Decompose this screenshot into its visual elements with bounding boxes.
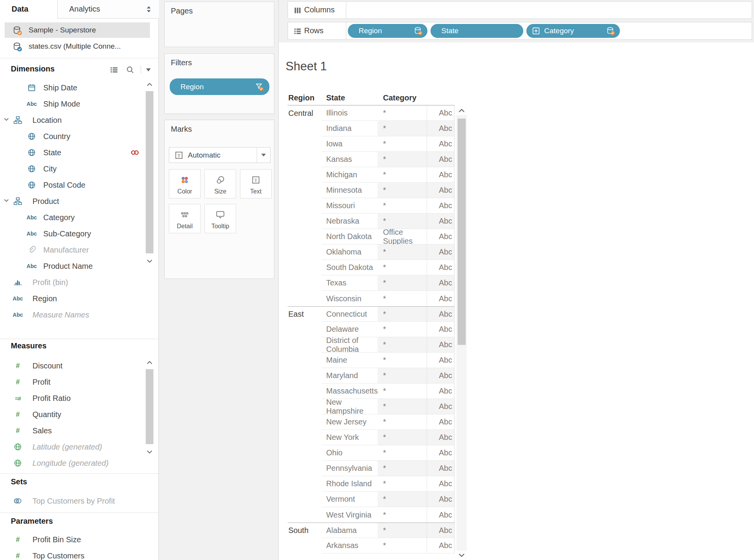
sheet-vertical-scrollbar[interactable] xyxy=(456,106,467,560)
category-cell[interactable]: * xyxy=(378,430,427,445)
field-top-customers-by-profit[interactable]: Top Customers by Profit xyxy=(0,493,158,509)
rows-pill-region[interactable]: Region xyxy=(348,24,427,38)
state-cell[interactable]: Pennsylvania xyxy=(322,461,378,476)
category-cell[interactable]: * xyxy=(378,244,427,260)
pane-cell[interactable]: Abc xyxy=(427,430,454,445)
category-cell[interactable]: * xyxy=(378,275,427,291)
state-cell[interactable]: Delaware xyxy=(322,322,378,337)
tooltip-button[interactable]: Tooltip xyxy=(204,204,236,233)
field-top-customers[interactable]: #Top Customers xyxy=(0,548,158,560)
size-button[interactable]: Size xyxy=(204,169,236,199)
field-manufacturer[interactable]: Manufacturer xyxy=(0,242,158,258)
pane-cell[interactable]: Abc xyxy=(427,121,454,136)
category-cell[interactable]: * xyxy=(378,384,427,399)
pane-cell[interactable]: Abc xyxy=(427,105,454,121)
scroll-down-icon[interactable] xyxy=(456,551,467,560)
state-cell[interactable]: Michigan xyxy=(322,167,378,183)
field-location[interactable]: Location xyxy=(0,112,158,128)
dropdown-caret[interactable] xyxy=(257,148,270,163)
sort-icon[interactable] xyxy=(146,5,152,13)
pane-cell[interactable]: Abc xyxy=(427,337,454,353)
field-profit-ratio[interactable]: =#Profit Ratio xyxy=(0,390,158,406)
marks-card[interactable]: Marks T Automatic ColorSizeTTextDetailTo… xyxy=(164,120,274,279)
pane-cell[interactable]: Abc xyxy=(427,507,454,523)
detail-button[interactable]: Detail xyxy=(169,204,201,233)
field-latitude-generated[interactable]: Latitude (generated) xyxy=(0,439,158,455)
datasource-item[interactable]: states.csv (Multiple Conne... xyxy=(0,39,158,54)
category-cell[interactable]: * xyxy=(378,399,427,414)
field-category[interactable]: AbcCategory xyxy=(0,209,158,226)
mark-type-dropdown[interactable]: T Automatic xyxy=(169,147,271,163)
state-cell[interactable]: South Dakota xyxy=(322,260,378,275)
state-cell[interactable]: Massachusetts xyxy=(322,384,378,399)
column-header-category[interactable]: Category xyxy=(378,93,427,105)
pane-cell[interactable]: Abc xyxy=(427,260,454,275)
pane-cell[interactable]: Abc xyxy=(427,244,454,260)
category-cell[interactable]: * xyxy=(378,337,427,353)
pane-cell[interactable]: Abc xyxy=(427,445,454,461)
tab-analytics[interactable]: Analytics xyxy=(57,0,159,19)
pane-cell[interactable]: Abc xyxy=(427,214,454,229)
state-cell[interactable]: West Virginia xyxy=(322,507,378,523)
state-cell[interactable]: District of Columbia xyxy=(322,337,378,353)
field-discount[interactable]: #Discount xyxy=(0,358,158,374)
category-cell[interactable]: * xyxy=(378,368,427,384)
state-cell[interactable]: Alabama xyxy=(322,523,378,538)
state-cell[interactable]: New Hampshire xyxy=(322,399,378,414)
pane-cell[interactable]: Abc xyxy=(427,368,454,384)
state-cell[interactable]: Texas xyxy=(322,275,378,291)
category-cell[interactable]: * xyxy=(378,121,427,136)
column-header-state[interactable]: State xyxy=(322,93,378,105)
state-cell[interactable]: Missouri xyxy=(322,198,378,214)
pages-shelf[interactable]: Pages xyxy=(164,2,274,47)
category-cell[interactable]: * xyxy=(378,523,427,538)
color-button[interactable]: Color xyxy=(169,169,201,199)
state-cell[interactable]: Arkansas xyxy=(322,538,378,553)
pane-cell[interactable]: Abc xyxy=(427,523,454,538)
field-state[interactable]: State xyxy=(0,144,158,161)
state-cell[interactable]: Iowa xyxy=(322,136,378,152)
text-button[interactable]: TText xyxy=(240,169,272,199)
state-cell[interactable]: New Jersey xyxy=(322,414,378,430)
pane-cell[interactable]: Abc xyxy=(427,275,454,291)
chevron-down-icon[interactable] xyxy=(145,68,151,72)
datasource-item[interactable]: Sample - Superstore xyxy=(0,22,158,38)
state-cell[interactable]: Maine xyxy=(322,353,378,368)
category-cell[interactable]: * xyxy=(378,461,427,476)
pane-cell[interactable]: Abc xyxy=(427,322,454,337)
category-cell[interactable]: * xyxy=(378,322,427,337)
state-cell[interactable]: Wisconsin xyxy=(322,291,378,306)
state-cell[interactable]: Nebraska xyxy=(322,214,378,229)
pane-cell[interactable]: Abc xyxy=(427,399,454,414)
field-sales[interactable]: #Sales xyxy=(0,423,158,439)
scroll-down-icon[interactable] xyxy=(145,256,155,266)
pane-cell[interactable]: Abc xyxy=(427,461,454,476)
pane-cell[interactable]: Abc xyxy=(427,167,454,183)
category-cell[interactable]: * xyxy=(378,307,427,322)
pane-cell[interactable]: Abc xyxy=(427,307,454,322)
category-cell[interactable]: * xyxy=(378,167,427,183)
state-cell[interactable]: Oklahoma xyxy=(322,244,378,260)
field-ship-date[interactable]: Ship Date xyxy=(0,80,158,96)
category-cell[interactable]: * xyxy=(378,492,427,507)
scrollbar-thumb[interactable] xyxy=(458,119,466,345)
category-cell[interactable]: Office Supplies xyxy=(378,229,427,244)
view-as-list-icon[interactable] xyxy=(110,66,118,74)
scroll-up-icon[interactable] xyxy=(145,80,155,89)
pane-cell[interactable]: Abc xyxy=(427,414,454,430)
state-cell[interactable]: Illinois xyxy=(322,105,378,121)
field-profit[interactable]: #Profit xyxy=(0,374,158,390)
field-sub-category[interactable]: AbcSub-Category xyxy=(0,226,158,242)
dimensions-scrollbar[interactable] xyxy=(145,80,155,266)
category-cell[interactable]: * xyxy=(378,476,427,492)
tab-data[interactable]: Data xyxy=(12,5,28,14)
state-cell[interactable]: Kansas xyxy=(322,152,378,167)
scroll-up-icon[interactable] xyxy=(456,106,467,115)
pane-cell[interactable]: Abc xyxy=(427,291,454,306)
filters-shelf[interactable]: Filters Region xyxy=(164,53,274,114)
category-cell[interactable]: * xyxy=(378,198,427,214)
columns-shelf[interactable]: Columns xyxy=(288,1,752,19)
category-cell[interactable]: * xyxy=(378,507,427,523)
field-profit-bin[interactable]: Profit (bin) xyxy=(0,274,158,290)
scrollbar-thumb[interactable] xyxy=(146,369,153,444)
